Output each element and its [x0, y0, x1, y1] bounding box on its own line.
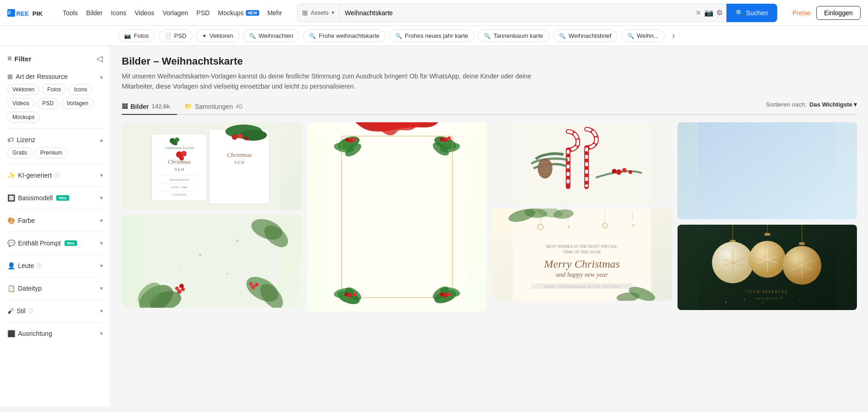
assets-dropdown[interactable]: ⊞ Assets ▾	[297, 4, 339, 22]
nav-bilder[interactable]: Bilder	[86, 9, 103, 17]
collapse-sidebar-button[interactable]: ◁	[96, 54, 103, 64]
nav-vorlagen[interactable]: Vorlagen	[163, 9, 188, 17]
filter-section-ki-header[interactable]: ✨ KI-generiert ⓘ ▾	[7, 170, 103, 181]
chip-frohe[interactable]: 🔍 Frohe weihnachtskarte	[303, 30, 386, 42]
chip-neues-jahr[interactable]: 🔍 Frohes neues jahr karte	[389, 30, 474, 42]
tab-bilder[interactable]: 🖼 Bilder 142.6k	[122, 99, 177, 115]
nav-videos[interactable]: Videos	[135, 9, 155, 17]
nav-mehr[interactable]: Mehr	[268, 9, 282, 17]
svg-text:and happy new year: and happy new year	[556, 271, 608, 278]
filter-section-art-header[interactable]: ⊞ Art der Ressource ▴	[7, 71, 103, 84]
tab-sammlungen[interactable]: 📁 Sammlungen 40	[177, 99, 250, 114]
chip-other[interactable]: 🔍 Weihn...	[621, 30, 665, 42]
svg-point-122	[799, 300, 800, 301]
filter-section-prompt-header[interactable]: 💬 Enthält Prompt Neu ▾	[7, 238, 103, 249]
tag-icons[interactable]: Icons	[69, 84, 92, 95]
tag-vektoren[interactable]: Vektoren	[7, 84, 39, 95]
logo[interactable]: F REE PIK	[7, 6, 54, 19]
chip-weihnachten[interactable]: 🔍 Weihnachten	[243, 30, 300, 42]
preise-link[interactable]: Preise	[792, 9, 811, 17]
grid-column-4: CLUB SPARKLES PRESENTS	[678, 122, 857, 310]
svg-point-53	[348, 138, 353, 143]
image-card-1[interactable]: CHRISTMAS PLEASE Christmas N.E.M I	[122, 122, 302, 210]
chip-psd[interactable]: 📄 PSD	[159, 30, 193, 42]
svg-point-83	[612, 169, 617, 173]
filter-section-dateityp: 📋 Dateityp ▾	[7, 283, 103, 300]
filter-section-stil-header[interactable]: 🖌 Stil ⓘ ▾	[7, 305, 103, 316]
tag-fotos[interactable]: Fotos	[42, 84, 66, 95]
page-description: Mit unseren Weihnachtskarten-Vorlagen ka…	[122, 71, 537, 92]
chip-weihnachtsbrief[interactable]: 🔍 Weihnachtsbrief	[553, 30, 618, 42]
art-section-chevron-icon: ▴	[100, 73, 103, 80]
lizenz-section-chevron-icon: ▴	[100, 137, 103, 143]
sidebar-header: ≡ Filter ◁	[7, 54, 103, 64]
tag-premium[interactable]: Premium	[35, 147, 67, 158]
new-badge: NEW	[246, 10, 259, 16]
grid-column-2	[307, 122, 487, 311]
sort-value[interactable]: Das Wichtigste ▾	[809, 101, 857, 108]
svg-text:PRESENTS: PRESENTS	[755, 297, 779, 300]
filter-section-lizenz-header[interactable]: 🏷 Lizenz ▴	[7, 134, 103, 147]
svg-text:✦: ✦	[226, 271, 229, 276]
prompt-section-icon: 💬	[7, 239, 15, 247]
svg-text:LOCATION: LOCATION	[172, 193, 186, 196]
stil-section-chevron-icon: ▾	[100, 308, 103, 314]
basismodell-new-badge: Neu	[56, 195, 69, 201]
image-grid: CHRISTMAS PLEASE Christmas N.E.M I	[122, 122, 857, 311]
nav-icons[interactable]: Icons	[111, 9, 126, 17]
search-submit-button[interactable]: 🔍 Suchen	[726, 4, 777, 22]
tag-psd[interactable]: PSD	[37, 98, 59, 109]
nav-tools[interactable]: Tools	[63, 9, 78, 17]
camera-search-button[interactable]: 📷	[704, 8, 713, 17]
svg-text:TIME OF THE YEAR: TIME OF THE YEAR	[563, 250, 601, 254]
image-card-3[interactable]	[492, 122, 672, 203]
tag-videos[interactable]: Videos	[7, 98, 34, 109]
nav-mockups[interactable]: Mockups NEW	[218, 9, 259, 17]
search-bar: ⊞ Assets ▾ ✕ 📷 ⚙ 🔍 Suchen	[297, 4, 778, 22]
leute-section-icon: 👤	[7, 262, 15, 269]
filter-section-basismodell-header[interactable]: 🔲 Basismodell Neu ▾	[7, 192, 103, 203]
filter-section-dateityp-header[interactable]: 📋 Dateityp ▾	[7, 283, 103, 294]
filter-section-art: ⊞ Art der Ressource ▴ Vektoren Fotos Ico…	[7, 71, 103, 129]
einloggen-button[interactable]: Einloggen	[816, 6, 861, 20]
tag-mockups[interactable]: Mockups	[7, 112, 40, 123]
search-input[interactable]	[339, 9, 692, 17]
svg-text:Christmas: Christmas	[227, 151, 251, 158]
page-title: Bilder – Weihnachtskarte	[122, 55, 857, 67]
dateityp-section-icon: 📋	[7, 285, 15, 292]
filter-section-leute-header[interactable]: 👤 Leute ⓘ ▾	[7, 260, 103, 271]
dropdown-chevron-icon: ▾	[332, 10, 334, 16]
clear-search-button[interactable]: ✕	[696, 9, 702, 17]
sammlungen-count: 40	[236, 103, 242, 110]
basismodell-section-chevron-icon: ▾	[100, 195, 103, 201]
filter-section-farbe-header[interactable]: 🎨 Farbe ▾	[7, 215, 103, 226]
tag-vorlagen[interactable]: Vorlagen	[61, 98, 93, 109]
svg-point-119	[743, 299, 745, 300]
image-card-2[interactable]	[307, 122, 487, 311]
svg-text:✦: ✦	[179, 268, 183, 272]
chips-scroll-right[interactable]: ›	[670, 31, 677, 41]
chip-tannenbaum[interactable]: 🔍 Tannenbaum karte	[478, 30, 549, 42]
filter-section-ausrichtung-header[interactable]: ⬛ Ausrichtung ▾	[7, 328, 103, 339]
settings-search-button[interactable]: ⚙	[716, 8, 723, 17]
dateityp-section-chevron-icon: ▾	[100, 285, 103, 292]
svg-text:PIK: PIK	[32, 10, 43, 17]
svg-point-55	[345, 138, 349, 142]
svg-point-82	[622, 168, 627, 173]
chip-vektoren[interactable]: ✦ Vektoren	[196, 30, 239, 42]
tag-gratis[interactable]: Gratis	[7, 147, 32, 158]
stil-section-icon: 🖌	[7, 307, 14, 315]
lizenz-tags: Gratis Premium	[7, 147, 103, 158]
image-card-5[interactable]: ✦ ✦ ✦ ✦	[122, 215, 302, 308]
image-card-7[interactable]: CLUB SPARKLES PRESENTS	[678, 225, 857, 310]
chip-fotos[interactable]: 📷 Fotos	[118, 30, 155, 42]
sort-label: Sortieren nach:	[766, 101, 807, 108]
image-card-6[interactable]: ✦ ✦ BEST WISHES IN THE MOST SPECIAL TIME…	[492, 209, 672, 301]
svg-point-27	[244, 137, 248, 140]
nav-psd[interactable]: PSD	[196, 9, 210, 17]
filter-section-ausrichtung: ⬛ Ausrichtung ▾	[7, 328, 103, 345]
filter-section-basismodell: 🔲 Basismodell Neu ▾	[7, 192, 103, 209]
image-card-4[interactable]	[678, 122, 857, 219]
filter-section-stil: 🖌 Stil ⓘ ▾	[7, 305, 103, 322]
chips-row: 📷 Fotos 📄 PSD ✦ Vektoren 🔍 Weihnachten 🔍…	[0, 26, 868, 46]
